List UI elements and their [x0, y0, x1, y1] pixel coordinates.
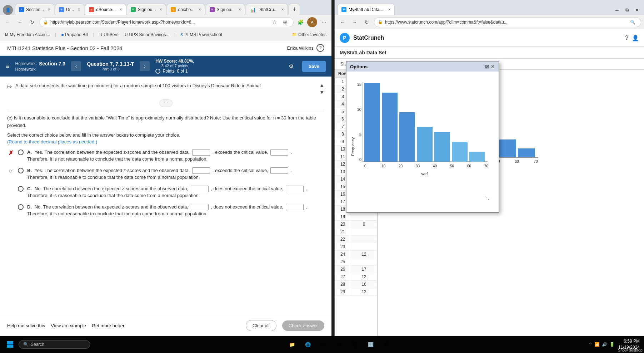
tab-close-signout1[interactable]: ✕ [159, 8, 162, 11]
taskbar-globe[interactable]: 🌐 [302, 339, 314, 350]
choice-b-input1[interactable] [192, 167, 210, 174]
tab-mystatlab[interactable]: P MyStatLab Data Set - Personal - Micros… [338, 4, 395, 15]
choice-b-input2[interactable] [270, 167, 288, 174]
taskbar-file-explorer[interactable]: 📁 [286, 339, 298, 350]
systray-volume[interactable]: 🔊 [602, 342, 607, 347]
hw-menu-icon[interactable]: ≡ [6, 63, 10, 70]
tab-close-esource[interactable]: ✕ [119, 8, 122, 11]
resize-handle[interactable]: ⋱ [484, 195, 489, 201]
scroll-down-btn[interactable]: ▼ [319, 89, 324, 95]
sc-search-icon[interactable]: 🔍 [628, 18, 637, 27]
bookmark-plms[interactable]: S PLMS Powerschool [178, 31, 224, 38]
choice-d-radio[interactable] [18, 204, 24, 210]
tab-signout1[interactable]: S Sign ou... ✕ [127, 4, 166, 15]
sc-help-icon[interactable]: ? [625, 35, 628, 41]
check-answer-button[interactable]: Check answer [282, 320, 324, 331]
bookmark-ups-smart[interactable]: U UPS SmartSavings... [123, 31, 171, 38]
sc-address-bar[interactable]: 🔒 https://www.statcrunch.com/app/?dlim=c… [374, 17, 641, 27]
systray-battery[interactable]: 🔋 [609, 342, 615, 347]
forward-button[interactable]: → [15, 17, 25, 27]
sc-minimize-btn[interactable]: ─ [613, 6, 621, 14]
refresh-button[interactable]: ↻ [27, 17, 37, 27]
tab-close-section[interactable]: ✕ [48, 8, 50, 11]
get-more-help-dropdown[interactable]: Get more help ▾ [92, 323, 125, 328]
choice-d-input2[interactable] [286, 204, 304, 210]
sc-back-btn[interactable]: ← [338, 17, 348, 27]
tab-signout2[interactable]: S Sign ou... ✕ [206, 4, 245, 15]
scroll-up-btn[interactable]: ▲ [319, 82, 324, 88]
choice-a-radio[interactable] [18, 149, 24, 155]
taskbar-left: 🔍 Search [4, 339, 90, 350]
windows-logo[interactable] [4, 339, 16, 350]
tab-esource[interactable]: e eSource... ✕ [85, 4, 126, 15]
hw-next-button[interactable]: › [140, 61, 150, 71]
back-button[interactable]: ← [3, 17, 13, 27]
choice-c-label: C. [27, 186, 32, 191]
taskbar-calculator[interactable]: 🔢 [365, 339, 376, 350]
tab-section[interactable]: S Section... ✕ [15, 4, 54, 15]
choice-a-input2[interactable] [270, 149, 288, 156]
address-bar[interactable]: 🔒 https://mylab.pearson.com/Student/Play… [39, 17, 294, 27]
sc-forward-btn[interactable]: → [350, 17, 360, 27]
tab-close-signout2[interactable]: ✕ [238, 8, 241, 11]
tab-dr[interactable]: P Dr... ✕ [55, 4, 84, 15]
help-circle-icon[interactable]: ? [316, 44, 324, 52]
tab-close-ohiohe[interactable]: ✕ [198, 8, 201, 11]
taskbar-search[interactable]: 🔍 Search [19, 340, 90, 349]
save-button[interactable]: Save [302, 61, 326, 72]
tab-plus[interactable]: + [289, 4, 300, 15]
question-nav-arrow[interactable]: ↦ [7, 83, 12, 90]
bookmark-upsers[interactable]: U UPSers [97, 31, 120, 38]
choice-b-radio[interactable] [18, 168, 24, 173]
systray-wifi[interactable]: 📶 [594, 342, 600, 347]
choice-d-input1[interactable] [191, 204, 209, 210]
svg-rect-3 [10, 341, 14, 344]
share-icon[interactable]: ⊕ [280, 18, 290, 27]
tab-label-signout1: Sign ou... [138, 7, 156, 12]
sc-refresh-btn[interactable]: ↻ [362, 17, 372, 27]
sc-user-icon[interactable]: 👤 [632, 35, 639, 41]
choice-a-text-mid: , exceeds the critical value, [213, 149, 268, 155]
tab-close-dr[interactable]: ✕ [78, 8, 80, 11]
tab-statcrunch-left[interactable]: 📊 StatCru... ✕ [246, 4, 288, 15]
options-close-icon[interactable]: ✕ [491, 64, 495, 69]
sc-close-btn[interactable]: ✕ [633, 6, 641, 14]
profile-menu[interactable]: A [307, 17, 317, 27]
bookmark-propane[interactable]: ■ Propane Bill [59, 31, 90, 38]
expand-button[interactable]: ⋯ [159, 99, 173, 107]
hw-subtitle: Homework [15, 67, 66, 72]
hist-y-0: 0 [359, 157, 361, 162]
systray-up-arrow[interactable]: ⌃ [589, 342, 592, 347]
clear-all-button[interactable]: Clear all [246, 320, 276, 331]
hist-x-20: 20 [399, 164, 403, 168]
sc-tab-close[interactable]: ✕ [388, 8, 391, 11]
sc-restore-btn[interactable]: ⧉ [623, 6, 631, 14]
bookmark-star[interactable]: ☆ [270, 18, 279, 27]
bookmark-other-favorites[interactable]: 📁 Other favorites [290, 31, 329, 38]
extensions-icon[interactable]: 🧩 [296, 18, 305, 27]
address-text: https://mylab.pearson.com/Student/Player… [50, 20, 268, 25]
taskbar-photos[interactable]: 🖼 [349, 339, 361, 350]
tab-ohiohe[interactable]: o ohiohe... ✕ [167, 4, 205, 15]
help-me-solve-link[interactable]: Help me solve this [7, 323, 45, 328]
hist-bar-4 [434, 132, 450, 162]
hw-settings-icon[interactable]: ⚙ [289, 63, 294, 70]
more-options-icon[interactable]: ⋯ [319, 18, 329, 27]
taskbar-store[interactable]: 🛍 [318, 339, 329, 350]
choice-a-input1[interactable] [192, 149, 210, 156]
choice-c-input1[interactable] [191, 186, 209, 192]
bm-sep2: | [93, 32, 94, 37]
hw-prev-button[interactable]: ‹ [71, 61, 81, 71]
options-close-controls[interactable]: ⊠ ✕ [485, 64, 495, 69]
taskbar-settings[interactable]: ⚙ [381, 339, 392, 350]
tab-close-statcrunch-left[interactable]: ✕ [281, 8, 284, 11]
bookmark-freedom[interactable]: M My Freedom Accou... [3, 31, 53, 38]
show-desktop-button[interactable]: Show desktop [618, 348, 643, 352]
choice-c-radio[interactable] [18, 186, 24, 192]
sc-options-panel: Options ⊠ ✕ Frequency 15 10 5 0 [346, 61, 499, 213]
svg-rect-4 [7, 345, 10, 348]
choice-b-text-period: . [291, 168, 292, 173]
choice-c-input2[interactable] [286, 186, 304, 192]
view-example-link[interactable]: View an example [51, 323, 86, 328]
taskbar-mail[interactable]: ✉ [334, 339, 345, 350]
